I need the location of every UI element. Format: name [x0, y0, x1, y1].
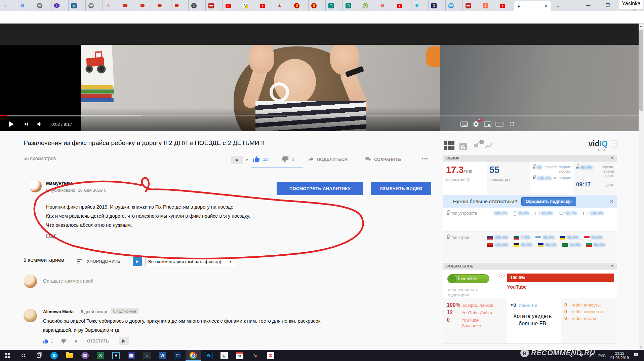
browser-tab[interactable] — [120, 0, 137, 11]
taskbar-backup-icon[interactable] — [124, 350, 139, 361]
show-more-button[interactable]: ЕЩЁ — [46, 233, 57, 239]
comment-author[interactable]: Alimowa Maria — [43, 309, 74, 314]
twitter-icon[interactable]: 0 — [472, 142, 481, 151]
next-button[interactable] — [23, 121, 29, 127]
miniplayer-icon[interactable] — [483, 120, 492, 129]
browser-tab[interactable] — [171, 0, 189, 11]
settings-gear-icon[interactable]: HD — [472, 120, 480, 129]
scroll-up-icon[interactable]: ▲ — [640, 25, 642, 28]
tab-close-icon[interactable]: ✕ — [544, 4, 548, 9]
browser-tab[interactable] — [34, 0, 51, 11]
browser-tab[interactable] — [429, 0, 446, 11]
active-tab[interactable]: P✕ — [514, 1, 551, 11]
window-minimize-button[interactable]: — — [581, 0, 596, 10]
taskbar-excel-icon[interactable]: X — [93, 350, 108, 361]
heart-icon[interactable]: ♥ — [75, 338, 78, 344]
reply-button[interactable]: ОТВЕТИТЬ — [87, 339, 109, 344]
eye-icon[interactable] — [499, 273, 505, 279]
scrollbar-thumb[interactable] — [639, 30, 643, 111]
browser-tab[interactable] — [189, 0, 206, 11]
collapse-panel-icon[interactable]: ⌃ — [610, 140, 618, 148]
taskbar-plug-icon[interactable]: ∿ — [247, 350, 263, 361]
more-actions-button[interactable]: ••• — [422, 156, 428, 161]
taskbar-search-icon[interactable] — [15, 350, 31, 361]
taskbar-chrome-icon[interactable] — [186, 350, 201, 361]
taskbar-photoshop-icon[interactable]: Ps — [201, 350, 216, 361]
window-restore-button[interactable]: ❐ — [600, 0, 615, 10]
grid-view-icon[interactable] — [444, 141, 454, 150]
browser-tab[interactable] — [360, 0, 377, 11]
browser-tab[interactable] — [223, 0, 240, 11]
subscribe-button[interactable]: Оформить подписку! — [521, 197, 576, 206]
browser-tab[interactable] — [291, 0, 309, 11]
taskbar-scan-icon[interactable]: ◫ — [170, 350, 186, 361]
browser-tab[interactable] — [497, 0, 514, 11]
taskbar-word-icon[interactable]: W — [155, 350, 170, 361]
channel-name[interactable]: Мамунтики — [46, 181, 72, 186]
taskbar-calendar-icon[interactable]: 31 — [232, 350, 247, 361]
volume-icon[interactable] — [37, 121, 43, 128]
language-indicator[interactable]: РУС — [598, 354, 606, 358]
taskbar-explorer-icon[interactable] — [62, 350, 77, 361]
browser-tab[interactable] — [257, 0, 274, 11]
dislike-button[interactable]: 0 — [282, 156, 294, 163]
notification-center-icon[interactable] — [634, 352, 639, 359]
vidiq-comments-button[interactable] — [133, 257, 142, 266]
commenter-avatar[interactable] — [24, 309, 37, 322]
new-tab-button[interactable]: + — [553, 2, 563, 11]
thumb-down-icon[interactable] — [61, 338, 67, 344]
thumb-up-icon[interactable] — [43, 338, 48, 344]
browser-tab[interactable] — [343, 0, 360, 11]
browser-tab[interactable] — [309, 0, 326, 11]
comments-filter-select[interactable]: Все комментарии (выбрать фильтр) ▼ — [145, 257, 235, 266]
taskbar-vegas-icon[interactable]: V — [108, 350, 124, 361]
vidiq-inline-button[interactable]: ▼ — [231, 156, 248, 164]
play-button[interactable] — [9, 121, 14, 127]
social-section-header[interactable]: СОЦИАЛЬНОЕ▼ — [443, 263, 617, 269]
browser-tab[interactable] — [480, 0, 497, 11]
fullscreen-icon[interactable] — [508, 120, 516, 129]
trend-icon[interactable] — [485, 143, 493, 151]
chevron-down-icon[interactable]: ▼ — [245, 158, 248, 162]
browser-tab[interactable] — [51, 0, 69, 11]
browser-tab[interactable] — [411, 0, 429, 11]
browser-tab[interactable] — [394, 0, 411, 11]
taskbar-viber-icon[interactable]: ☎ — [77, 350, 93, 361]
player-progress-bar[interactable] — [0, 115, 639, 116]
browser-tab[interactable] — [0, 0, 17, 11]
browser-tab[interactable] — [326, 0, 343, 11]
subtitles-icon[interactable] — [460, 120, 469, 129]
page-scrollbar[interactable]: ▲ ▼ — [639, 24, 644, 350]
share-button[interactable]: ПОДЕЛИТЬСЯ — [308, 156, 348, 163]
browser-tab[interactable] — [446, 0, 463, 11]
taskbar-skype-icon[interactable]: S — [46, 350, 62, 361]
browser-tab[interactable] — [103, 0, 120, 11]
chart-icon[interactable] — [459, 143, 467, 151]
taskbar-start-icon[interactable] — [0, 350, 15, 361]
browser-tab[interactable] — [86, 0, 103, 11]
browser-tab[interactable] — [274, 0, 291, 11]
browser-tab[interactable] — [69, 0, 86, 11]
browser-tab[interactable] — [206, 0, 223, 11]
vidiq-comment-icon[interactable] — [119, 337, 129, 345]
overview-section-header[interactable]: ОБЗОР▼ — [443, 155, 617, 161]
taskbar-photos-icon[interactable]: ◣ — [216, 350, 232, 361]
taskbar-calc-icon[interactable]: = — [139, 350, 155, 361]
theater-mode-icon[interactable] — [495, 120, 504, 129]
browser-tab[interactable] — [137, 0, 154, 11]
comment-input[interactable]: Оставьте комментарий — [43, 278, 93, 284]
taskbar-clock[interactable]: 23:2201.06.2019 — [610, 351, 629, 360]
like-button[interactable]: 12 — [253, 156, 268, 163]
edit-video-button[interactable]: ИЗМЕНИТЬ ВИДЕО — [371, 182, 431, 195]
browser-tab[interactable] — [377, 0, 394, 11]
browser-tab[interactable] — [17, 0, 34, 11]
view-analytics-button[interactable]: ПОСМОТРЕТЬ АНАЛИТИКУ — [277, 182, 363, 195]
channel-avatar[interactable] — [29, 180, 42, 192]
browser-tab[interactable] — [463, 0, 480, 11]
save-button[interactable]: СОХРАНИТЬ — [365, 156, 401, 163]
scroll-down-icon[interactable]: ▼ — [640, 346, 642, 349]
taskbar-taskview-icon[interactable] — [31, 350, 46, 361]
taskbar-mail-icon[interactable]: ✉ — [263, 350, 278, 361]
sort-comments-button[interactable]: УПОРЯДОЧИТЬ — [87, 259, 120, 264]
close-banner-icon[interactable]: ✕ — [609, 198, 614, 205]
